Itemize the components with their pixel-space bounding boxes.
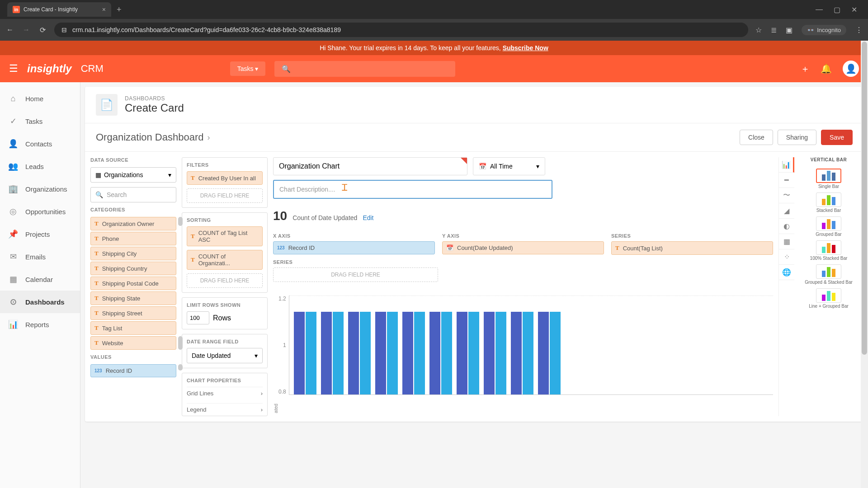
sidebar-item-organizations[interactable]: 🏢Organizations [0, 178, 80, 200]
sidebar-item-leads[interactable]: 👥Leads [0, 155, 80, 178]
scroll-up-hint[interactable] [178, 217, 183, 226]
bar[interactable] [402, 312, 413, 394]
site-settings-icon[interactable]: ⊟ [61, 26, 67, 33]
chart-type-grouped-stacked-bar[interactable]: Grouped & Stacked Bar [805, 264, 853, 285]
bar[interactable] [414, 312, 425, 394]
chart-type-grouped-bar[interactable]: Grouped Bar [816, 216, 841, 237]
limit-input[interactable] [187, 311, 209, 324]
bar[interactable] [468, 312, 479, 394]
logo[interactable]: insightly [27, 62, 72, 75]
sidebar-item-contacts[interactable]: 👤Contacts [0, 132, 80, 155]
x-axis-field[interactable]: 123 Record ID [273, 241, 435, 254]
category-field[interactable]: TShipping Street [90, 306, 176, 320]
bar[interactable] [321, 312, 332, 394]
sidebar-item-projects[interactable]: 📌Projects [0, 223, 80, 245]
filters-drop-zone[interactable]: DRAG FIELD HERE [187, 188, 263, 203]
globe-icon[interactable]: 🌐 [779, 265, 794, 280]
url-input[interactable]: ⊟ crm.na1.insightly.com/Dashboards/Creat… [54, 23, 748, 37]
close-button[interactable]: Close [740, 130, 773, 145]
series-drop-zone[interactable]: DRAG FIELD HERE [273, 267, 438, 282]
bar[interactable] [550, 312, 561, 394]
line-chart-icon[interactable]: 〜 [779, 188, 794, 203]
maximize-icon[interactable]: ▢ [834, 5, 840, 14]
sorting-drop-zone[interactable]: DRAG FIELD HERE [187, 273, 263, 288]
bell-icon[interactable]: 🔔 [821, 63, 832, 74]
sidebar-item-tasks[interactable]: ✓Tasks [0, 110, 80, 132]
category-field[interactable]: TShipping City [90, 247, 176, 260]
dashboard-name[interactable]: Organization Dashboard [96, 131, 203, 143]
sidebar-item-home[interactable]: ⌂Home [0, 88, 80, 110]
series-field[interactable]: T Count(Tag List) [611, 241, 773, 255]
sidebar-item-calendar[interactable]: ▦Calendar [0, 268, 80, 291]
scroll-hint[interactable] [178, 364, 183, 371]
field-search[interactable]: 🔍 Search [90, 187, 176, 202]
data-source-dropdown[interactable]: ▦ Organizations ▾ [90, 167, 176, 183]
sidebar-item-emails[interactable]: ✉Emails [0, 245, 80, 268]
hamburger-icon[interactable]: ☰ [9, 63, 18, 75]
bar[interactable] [523, 312, 533, 394]
bar[interactable] [441, 312, 452, 394]
subscribe-link[interactable]: Subscribe Now [503, 44, 548, 52]
bar[interactable] [538, 312, 549, 394]
bar-chart-icon[interactable]: 📊 [779, 157, 794, 173]
bar[interactable] [333, 312, 344, 394]
sidebar-item-opportunities[interactable]: ◎Opportunities [0, 200, 80, 223]
browser-tab[interactable]: in Create Card - Insightly × [7, 2, 111, 17]
close-icon[interactable]: × [102, 6, 106, 13]
chart-title-input[interactable]: Organization Chart [273, 157, 467, 175]
incognito-badge[interactable]: 👓 Incognito [802, 25, 846, 35]
y-axis-field[interactable]: 📅 Count(Date Updated) [442, 241, 604, 254]
sidebar-item-dashboards[interactable]: ⊙Dashboards [0, 291, 80, 313]
chart-type--stacked-bar[interactable]: 100% Stacked Bar [810, 240, 848, 261]
panel-icon[interactable]: ▣ [786, 26, 793, 34]
bar[interactable] [375, 312, 386, 394]
chart-type-single-bar[interactable]: Single Bar [816, 169, 841, 189]
category-field[interactable]: TShipping State [90, 291, 176, 305]
area-chart-icon[interactable]: ◢ [779, 203, 794, 219]
avatar[interactable]: 👤 [843, 61, 859, 77]
sidebar-item-reports[interactable]: 📊Reports [0, 313, 80, 336]
bar[interactable] [429, 312, 440, 394]
value-field[interactable]: 123Record ID [90, 364, 176, 377]
bar[interactable] [306, 312, 316, 394]
edit-link[interactable]: Edit [363, 214, 373, 221]
scrollbar-thumb[interactable] [862, 42, 867, 355]
category-field[interactable]: TShipping Country [90, 262, 176, 275]
bar[interactable] [511, 312, 522, 394]
tasks-dropdown[interactable]: Tasks ▾ [230, 61, 266, 76]
date-range-dropdown[interactable]: Date Updated ▾ [187, 348, 263, 363]
add-icon[interactable]: ＋ [801, 63, 810, 75]
category-field[interactable]: TWebsite [90, 336, 176, 350]
table-icon[interactable]: ▦ [779, 234, 794, 249]
prop-gridlines[interactable]: Grid Lines › [187, 387, 263, 399]
category-field[interactable]: TPhone [90, 232, 176, 245]
minimize-icon[interactable]: ― [816, 5, 823, 14]
forward-icon[interactable]: → [22, 26, 31, 34]
bar[interactable] [360, 312, 371, 394]
chart-type-line-grouped-bar[interactable]: Line + Grouped Bar [809, 288, 849, 309]
bar[interactable] [457, 312, 467, 394]
filter-field[interactable]: T Created By User In all [187, 171, 263, 185]
scroll-down-hint[interactable] [178, 336, 183, 350]
category-field[interactable]: TOrganization Owner [90, 217, 176, 230]
category-field[interactable]: TShipping Postal Code [90, 277, 176, 290]
chart-type-stacked-bar[interactable]: Stacked Bar [816, 192, 841, 213]
page-scrollbar[interactable] [861, 41, 868, 488]
bar[interactable] [387, 312, 398, 394]
time-range-dropdown[interactable]: 📅 All Time ▾ [473, 157, 545, 175]
prop-legend[interactable]: Legend › [187, 403, 263, 416]
pie-chart-icon[interactable]: ◐ [779, 219, 794, 234]
reload-icon[interactable]: ⟳ [38, 26, 47, 34]
bookmark-icon[interactable]: ☆ [755, 26, 762, 34]
scatter-icon[interactable]: ⁘ [779, 249, 794, 265]
save-button[interactable]: Save [821, 130, 853, 145]
bar[interactable] [348, 312, 359, 394]
bar[interactable] [484, 312, 495, 394]
bar[interactable] [495, 312, 506, 394]
category-field[interactable]: TTag List [90, 321, 176, 335]
back-icon[interactable]: ← [5, 26, 14, 34]
new-tab-button[interactable]: + [117, 5, 122, 14]
menu-icon[interactable]: ⋮ [855, 26, 863, 34]
close-window-icon[interactable]: ✕ [851, 5, 857, 14]
horizontal-bar-icon[interactable]: ━ [779, 173, 794, 188]
